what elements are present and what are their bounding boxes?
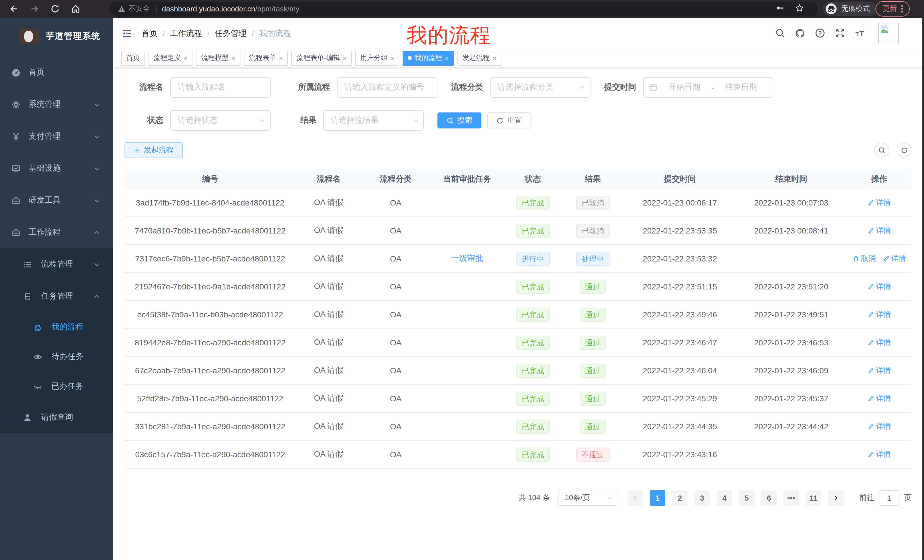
font-size-icon[interactable]: TT xyxy=(855,28,865,38)
tab-用户分组[interactable]: 用户分组× xyxy=(355,51,399,65)
sidebar-item-系统管理[interactable]: 系统管理 xyxy=(0,88,113,120)
status-badge: 已完成 xyxy=(516,279,550,294)
submit-time-range-picker[interactable]: 开始日期 - 结束日期 xyxy=(643,77,773,97)
row-submit-time: 2022-01-22 23:53:35 xyxy=(624,226,735,235)
close-icon[interactable]: × xyxy=(445,54,448,61)
avatar[interactable] xyxy=(878,23,899,43)
browser-back-icon[interactable] xyxy=(7,2,21,16)
pagination-page-2[interactable]: 2 xyxy=(672,490,688,506)
tab-流程定义[interactable]: 流程定义× xyxy=(148,51,193,65)
tab-发起流程[interactable]: 发起流程× xyxy=(457,51,501,65)
toggle-search-button[interactable] xyxy=(874,143,889,157)
current-task-link[interactable]: 一级审批 xyxy=(451,253,483,263)
status-badge: 已完成 xyxy=(516,307,550,322)
close-icon[interactable]: × xyxy=(232,54,235,61)
sidebar-item-基础设施[interactable]: 基础设施 xyxy=(0,153,113,184)
table-row: ec45f38f-7b9a-11ec-b03b-acde48001122 OA … xyxy=(124,301,911,329)
breadcrumb-item[interactable]: 首页 xyxy=(142,28,158,39)
row-category: OA xyxy=(362,254,430,263)
yen-icon xyxy=(11,132,21,141)
browser-home-icon[interactable] xyxy=(69,2,82,16)
chevron-up-icon xyxy=(93,293,100,300)
sidebar-item-请假查询[interactable]: 请假查询 xyxy=(0,401,113,433)
sidebar-item-任务管理[interactable]: 任务管理 xyxy=(0,280,113,312)
reset-button[interactable]: 重置 xyxy=(487,112,531,129)
pagination-next-button[interactable] xyxy=(828,490,843,506)
security-warning[interactable]: 不安全 xyxy=(118,4,150,14)
close-icon[interactable]: × xyxy=(391,54,394,61)
breadcrumb-item[interactable]: 任务管理 xyxy=(215,28,247,39)
pagination-pages: 123456•••11 xyxy=(646,490,825,506)
row-id: 3ad174fb-7b9d-11ec-8404-acde48001122 xyxy=(124,198,296,207)
close-icon[interactable]: × xyxy=(343,54,346,61)
incognito-badge[interactable]: 无痕模式 xyxy=(823,2,877,16)
close-icon[interactable]: × xyxy=(279,54,283,61)
detail-link[interactable]: 详情 xyxy=(867,449,891,460)
status-badge: 已完成 xyxy=(516,335,550,350)
tab-我的流程[interactable]: 我的流程× xyxy=(403,51,454,65)
search-button[interactable]: 搜索 xyxy=(438,112,482,129)
detail-link[interactable]: 详情 xyxy=(867,365,891,376)
tab-首页[interactable]: 首页 xyxy=(121,51,145,65)
pagination-ellipsis[interactable]: ••• xyxy=(783,490,799,506)
pagination-goto-label: 前往 xyxy=(860,493,874,503)
detail-link[interactable]: 详情 xyxy=(867,393,891,404)
detail-link[interactable]: 详情 xyxy=(867,309,891,320)
sidebar-item-已办任务[interactable]: 已办任务 xyxy=(0,371,113,401)
status-select[interactable]: 请选择状态 xyxy=(170,110,271,131)
sidebar-item-支付管理[interactable]: 支付管理 xyxy=(0,120,113,153)
pagination-prev-button[interactable] xyxy=(628,490,643,506)
url-bar[interactable]: 不安全 dashboard.yudao.iocoder.cn/bpm/task/… xyxy=(110,2,818,16)
close-icon[interactable]: × xyxy=(492,54,496,61)
row-process-name: OA 请假 xyxy=(296,393,362,404)
browser-update-button[interactable]: 更新 xyxy=(876,1,910,16)
page-size-select[interactable]: 10条/页 xyxy=(558,490,617,506)
tab-流程模型[interactable]: 流程模型× xyxy=(196,51,240,65)
pagination-jump-input[interactable]: 1 xyxy=(879,490,900,506)
start-process-button[interactable]: 发起流程 xyxy=(124,142,183,158)
result-badge: 不通过 xyxy=(576,447,610,461)
sidebar-item-首页[interactable]: 首页 xyxy=(0,57,113,88)
sidebar-item-工作流程[interactable]: 工作流程 xyxy=(0,216,113,248)
pagination-page-1[interactable]: 1 xyxy=(650,490,665,506)
sidebar-item-label: 流程管理 xyxy=(41,259,73,270)
edit-pen-icon xyxy=(867,423,874,430)
bookmark-star-icon[interactable] xyxy=(795,3,804,14)
pagination-page-4[interactable]: 4 xyxy=(717,490,732,506)
sidebar-item-研发工具[interactable]: 研发工具 xyxy=(0,184,113,216)
search-icon[interactable] xyxy=(775,28,785,38)
category-select[interactable]: 请选择流程分类 xyxy=(490,77,591,97)
close-icon[interactable]: × xyxy=(184,54,188,61)
sidebar-item-我的流程[interactable]: 我的流程 xyxy=(0,312,113,342)
result-select[interactable]: 请选择流结果 xyxy=(323,110,424,131)
detail-link[interactable]: 详情 xyxy=(867,337,891,347)
pagination-page-3[interactable]: 3 xyxy=(694,490,710,506)
detail-link[interactable]: 详情 xyxy=(867,226,891,236)
detail-link[interactable]: 详情 xyxy=(867,198,891,208)
detail-link[interactable]: 详情 xyxy=(867,421,891,431)
detail-link[interactable]: 详情 xyxy=(883,253,906,264)
fullscreen-icon[interactable] xyxy=(835,28,845,38)
tab-流程表单[interactable]: 流程表单× xyxy=(244,51,288,65)
browser-forward-icon[interactable] xyxy=(27,2,41,16)
detail-link[interactable]: 详情 xyxy=(867,281,891,292)
key-icon[interactable] xyxy=(776,3,784,14)
github-icon[interactable] xyxy=(795,28,805,38)
tab-流程表单-编辑[interactable]: 流程表单-编辑× xyxy=(291,51,352,65)
pagination-page-11[interactable]: 11 xyxy=(806,490,821,506)
column-header-操作: 操作 xyxy=(847,174,911,184)
cancel-link[interactable]: 取消 xyxy=(852,253,876,264)
refresh-button[interactable] xyxy=(897,143,911,157)
breadcrumb-item[interactable]: 工作流程 xyxy=(170,28,202,39)
sidebar-toggle-icon[interactable] xyxy=(122,28,132,41)
browser-menu-icon[interactable] xyxy=(901,5,903,13)
process-name-input[interactable]: 请输入流程名 xyxy=(170,77,271,97)
pagination-page-5[interactable]: 5 xyxy=(739,490,754,506)
sidebar-item-流程管理[interactable]: 流程管理 xyxy=(0,248,113,280)
help-icon[interactable]: ? xyxy=(815,28,825,38)
pagination-page-6[interactable]: 6 xyxy=(761,490,777,506)
process-definition-input[interactable]: 请输入流程定义的编号 xyxy=(337,77,438,97)
sidebar-item-待办任务[interactable]: 待办任务 xyxy=(0,342,113,371)
app-logo[interactable]: 芋道管理系统 xyxy=(0,18,113,54)
browser-reload-icon[interactable] xyxy=(48,2,62,16)
